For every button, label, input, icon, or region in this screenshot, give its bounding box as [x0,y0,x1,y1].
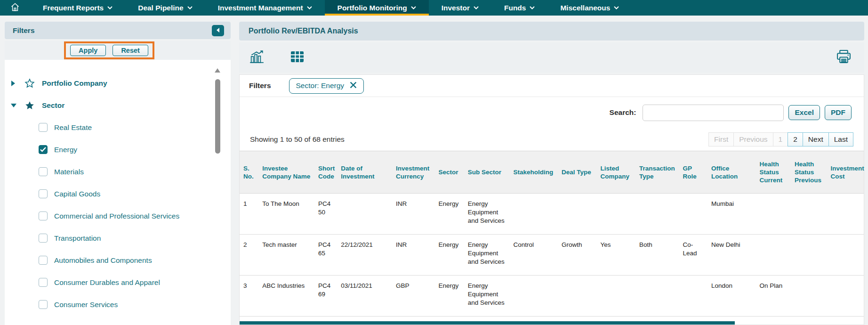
nav-item-investor[interactable]: Investor [429,0,491,16]
table-cell: To The Moon [258,194,314,235]
filter-option-automobiles-and-components[interactable]: Automobiles and Components [5,249,231,271]
filter-option-materials[interactable]: Materials [5,161,231,183]
column-header-stakeholding[interactable]: Stakeholding [509,151,558,194]
table-cell [791,276,827,317]
nav-item-miscellaneous[interactable]: Miscellaneous [547,0,632,16]
column-header-listed-company[interactable]: Listed Company [597,151,635,194]
scrollbar-up-arrow-icon[interactable] [215,68,220,73]
main-panel: Portfolio Rev/EBITDA Analysis [239,22,864,325]
sidebar-scrollbar[interactable] [215,68,220,322]
table-cell: 2 [240,235,258,276]
filter-tree: Portfolio CompanySectorReal EstateEnergy… [5,60,231,325]
table-cell [635,194,679,235]
nav-item-deal-pipeline[interactable]: Deal Pipeline [125,0,205,16]
export-excel-button[interactable]: Excel [788,105,820,120]
column-header-sector[interactable]: Sector [434,151,464,194]
print-button[interactable] [836,50,851,65]
table-cell: Control [509,235,558,276]
table-cell: Energy [434,235,464,276]
page-button-2[interactable]: 2 [788,132,803,146]
chart-view-button[interactable] [249,50,265,65]
column-header-deal-type[interactable]: Deal Type [558,151,596,194]
home-button[interactable] [0,0,30,16]
table-cell [679,194,707,235]
table-view-button[interactable] [291,51,304,64]
filter-option-consumer-durables-and-apparel[interactable]: Consumer Durables and Apparel [5,271,231,293]
filter-option-real-estate[interactable]: Real Estate [5,116,231,138]
filter-option-consumer-services[interactable]: Consumer Services [5,293,231,316]
table-header-row: S. No.Investee Company NameShort CodeDat… [240,151,864,194]
showing-entries-text: Showing 1 to 50 of 68 entries [250,135,345,144]
nav-item-label: Deal Pipeline [138,4,183,12]
filter-group-portfolio-company[interactable]: Portfolio Company [5,72,231,94]
chevron-expanded-icon[interactable] [10,103,17,108]
chevron-down-icon [614,6,619,9]
column-header-short-code[interactable]: Short Code [314,151,337,194]
table-cell: PC450 [314,194,337,235]
portfolio-table: S. No.Investee Company NameShort CodeDat… [240,151,864,317]
apply-button[interactable]: Apply [70,45,106,56]
table-cell: Growth [558,235,596,276]
filter-option-commercial-and-professional-services[interactable]: Commercial and Professional Services [5,205,231,227]
checkbox-unchecked[interactable] [39,123,48,132]
table-cell: GBP [392,276,435,317]
column-header-sub-sector[interactable]: Sub Sector [464,151,510,194]
filter-option-label: Commercial and Professional Services [54,212,179,220]
close-icon[interactable] [350,81,357,90]
filter-chip-sector-energy[interactable]: Sector: Energy [289,78,364,94]
checkbox-unchecked[interactable] [39,189,48,198]
chevron-collapsed-icon[interactable] [10,80,17,87]
checkbox-checked[interactable] [39,145,48,154]
export-pdf-button[interactable]: PDF [825,105,852,120]
checkbox-unchecked[interactable] [39,278,48,287]
highlight-annotation-box: Apply Reset [64,41,154,59]
column-header-gp-role[interactable]: GP Role [679,151,707,194]
view-toolbar [239,42,864,73]
filter-option-capital-goods[interactable]: Capital Goods [5,183,231,205]
column-header-investment-currency[interactable]: Investment Currency [392,151,435,194]
table-cell [756,235,791,276]
filter-option-transportation[interactable]: Transportation [5,227,231,249]
table-cell: Both [635,235,679,276]
table-cell: 3 [240,276,258,317]
chevron-down-icon [530,6,535,9]
table-cell: 1 [240,194,258,235]
column-header-investment-cost[interactable]: Investment Cost [827,151,864,194]
column-header-office-location[interactable]: Office Location [707,151,756,194]
checkbox-unchecked[interactable] [39,300,48,309]
table-cell: Tech master [258,235,314,276]
nav-item-portfolio-monitoring[interactable]: Portfolio Monitoring [325,0,429,16]
checkbox-unchecked[interactable] [39,167,48,176]
collapse-sidebar-button[interactable] [212,25,224,36]
column-header-transaction-type[interactable]: Transaction Type [635,151,679,194]
star-filled-icon[interactable] [24,100,35,111]
nav-item-label: Investor [442,4,470,12]
nav-item-label: Frequent Reports [43,4,104,12]
filter-option-label: Capital Goods [54,190,100,198]
column-header-health-status-previous[interactable]: Health Status Previous [791,151,827,194]
nav-item-funds[interactable]: Funds [491,0,548,16]
page-button-last[interactable]: Last [828,132,853,146]
column-header-health-status-current[interactable]: Health Status Current [756,151,791,194]
report-card: Filters Sector: Energy Search: Excel PDF… [239,74,864,325]
checkbox-unchecked[interactable] [39,211,48,220]
table-cell: PC469 [314,276,337,317]
reset-button[interactable]: Reset [113,45,148,56]
star-outline-icon[interactable] [24,78,35,89]
page-button-next[interactable]: Next [803,132,829,146]
table-cell: INR [392,235,435,276]
column-header-s-no[interactable]: S. No. [240,151,258,194]
filter-group-sector[interactable]: Sector [5,94,231,116]
search-input[interactable] [643,105,784,121]
table-footer-bar [240,321,735,325]
nav-item-investment-management[interactable]: Investment Management [205,0,325,16]
column-header-date-of-investment[interactable]: Date of Investment [337,151,392,194]
nav-item-frequent-reports[interactable]: Frequent Reports [30,0,125,16]
filter-option-label: Transportation [54,234,101,243]
checkbox-unchecked[interactable] [39,256,48,265]
column-header-investee-company-name[interactable]: Investee Company Name [258,151,314,194]
checkbox-unchecked[interactable] [39,234,48,243]
page-button-previous: Previous [733,132,773,146]
filter-option-energy[interactable]: Energy [5,138,231,161]
scrollbar-thumb[interactable] [215,79,220,154]
